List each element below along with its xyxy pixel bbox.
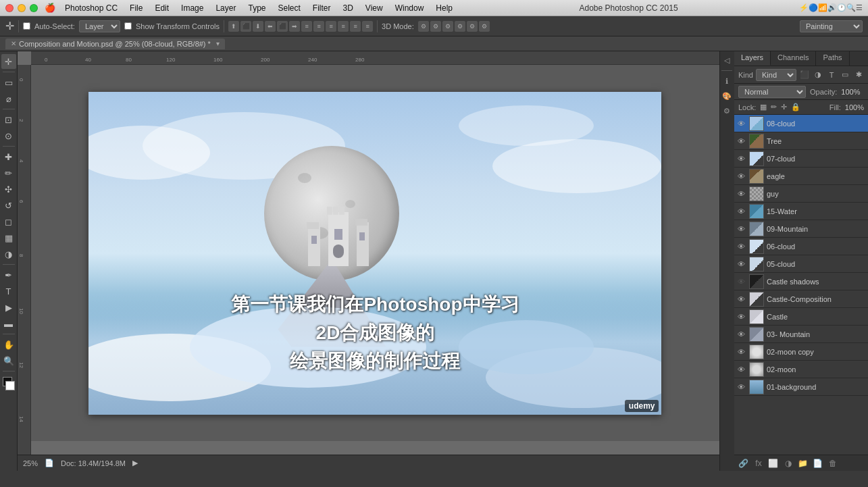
filter-shape-icon[interactable]: ▭: [840, 70, 850, 80]
path-select-tool[interactable]: ▶: [1, 300, 16, 315]
filter-type-icon[interactable]: T: [826, 70, 837, 80]
rect-select-tool[interactable]: ▭: [1, 75, 16, 90]
new-adjustment-icon[interactable]: ◑: [783, 458, 794, 469]
layer-row[interactable]: 👁 08-cloud: [734, 115, 868, 132]
layer-visibility-toggle[interactable]: 👁: [737, 330, 746, 339]
hand-tool[interactable]: ✋: [1, 337, 16, 352]
layer-row[interactable]: 👁 Castle-Composition: [734, 290, 868, 308]
layer-row[interactable]: 👁 07-cloud: [734, 150, 868, 168]
link-layers-icon[interactable]: 🔗: [738, 458, 749, 469]
3d-icon3[interactable]: ⚙: [442, 21, 453, 32]
clone-tool[interactable]: ✣: [1, 182, 16, 197]
menu-3d[interactable]: 3D: [338, 3, 359, 13]
tab-arrow[interactable]: ▾: [216, 40, 220, 47]
delete-layer-icon[interactable]: 🗑: [827, 458, 838, 469]
layer-visibility-toggle[interactable]: 👁: [737, 224, 746, 234]
close-btn[interactable]: [5, 4, 14, 12]
new-layer-icon[interactable]: 📄: [813, 458, 823, 469]
distribute-icons[interactable]: ≡: [301, 21, 312, 32]
menu-view[interactable]: View: [360, 3, 388, 13]
3d-icon5[interactable]: ⚙: [467, 21, 478, 32]
layer-visibility-toggle[interactable]: 👁: [737, 347, 746, 357]
align-bottom[interactable]: ⬇: [253, 21, 263, 32]
layer-row[interactable]: 👁 03- Mountain: [734, 326, 868, 343]
layer-row[interactable]: 👁 Castle shadows: [734, 273, 868, 290]
filter-pixel-icon[interactable]: ⬛: [799, 70, 810, 80]
document-tab[interactable]: ✕ Composition and Motion.psd @ 25% (08-c…: [5, 39, 225, 49]
adjustments-icon[interactable]: ⚙: [721, 105, 733, 117]
auto-select-dropdown[interactable]: Layer Group: [79, 20, 120, 32]
move-tool[interactable]: ✛: [1, 54, 16, 69]
distribute4[interactable]: ≡: [338, 21, 349, 32]
new-group-icon[interactable]: 📁: [798, 458, 809, 469]
workspace-selector[interactable]: Painting Essentials Photography: [800, 20, 863, 32]
align-hcenter[interactable]: ⬛: [277, 21, 288, 32]
layer-row[interactable]: 👁 09-Mountain: [734, 220, 868, 238]
layer-row[interactable]: 👁 15-Water: [734, 203, 868, 220]
layer-row[interactable]: 👁 02-moon: [734, 361, 868, 378]
layer-visibility-toggle[interactable]: 👁: [737, 294, 746, 304]
layer-row[interactable]: 👁 Tree: [734, 132, 868, 150]
lock-transparent-icon[interactable]: ▦: [760, 103, 767, 111]
distribute5[interactable]: ≡: [350, 21, 361, 32]
menu-photoshop[interactable]: Photoshop CC: [59, 3, 123, 13]
layer-row[interactable]: 👁 Castle: [734, 308, 868, 326]
tab-channels[interactable]: Channels: [771, 51, 816, 66]
tab-paths[interactable]: Paths: [816, 51, 849, 66]
menu-help[interactable]: Help: [430, 3, 458, 13]
zoom-tool[interactable]: 🔍: [1, 353, 16, 368]
menu-image[interactable]: Image: [176, 3, 209, 13]
gradient-tool[interactable]: ▦: [1, 230, 16, 245]
lasso-tool[interactable]: ⌀: [1, 91, 16, 106]
layer-visibility-toggle[interactable]: 👁: [737, 189, 746, 199]
align-vcenter[interactable]: ⬛: [240, 21, 251, 32]
layer-visibility-toggle[interactable]: 👁: [737, 207, 746, 216]
layer-visibility-toggle[interactable]: 👁: [737, 365, 746, 374]
lock-all-icon[interactable]: 🔒: [791, 103, 800, 111]
3d-icon4[interactable]: ⚙: [455, 21, 465, 32]
layer-row[interactable]: 👁 01-background: [734, 378, 868, 396]
distribute2[interactable]: ≡: [313, 21, 324, 32]
layer-visibility-toggle[interactable]: 👁: [737, 382, 746, 392]
layer-visibility-toggle[interactable]: 👁: [737, 154, 746, 163]
layer-row[interactable]: 👁 02-moon copy: [734, 343, 868, 361]
auto-select-checkbox[interactable]: [23, 22, 30, 30]
layer-visibility-toggle[interactable]: 👁: [737, 119, 746, 128]
3d-icon6[interactable]: ⚙: [479, 21, 490, 32]
panel-collapse-icon[interactable]: ◁: [721, 54, 733, 66]
history-brush[interactable]: ↺: [1, 198, 16, 213]
distribute3[interactable]: ≡: [326, 21, 336, 32]
menu-layer[interactable]: Layer: [210, 3, 241, 13]
filter-adjust-icon[interactable]: ◑: [813, 70, 823, 80]
layer-row[interactable]: 👁 eagle: [734, 168, 868, 185]
minimize-btn[interactable]: [18, 4, 26, 12]
layer-filter-dropdown[interactable]: Kind Name Effect Mode: [756, 69, 796, 81]
show-transform-checkbox[interactable]: [124, 22, 132, 30]
add-mask-icon[interactable]: ⬜: [768, 458, 779, 469]
doc-arrow[interactable]: ▶: [132, 459, 138, 467]
layer-row[interactable]: 👁 05-cloud: [734, 255, 868, 273]
heal-tool[interactable]: ✚: [1, 149, 16, 164]
text-tool[interactable]: T: [1, 284, 16, 299]
info-icon[interactable]: ℹ: [721, 75, 733, 87]
dodge-tool[interactable]: ◑: [1, 247, 16, 261]
3d-icon1[interactable]: ⚙: [418, 21, 429, 32]
maximize-btn[interactable]: [30, 4, 38, 12]
menu-select[interactable]: Select: [272, 3, 305, 13]
layer-visibility-toggle[interactable]: 👁: [737, 277, 746, 286]
pen-tool[interactable]: ✒: [1, 267, 16, 282]
move-tool-icon[interactable]: ✛: [5, 20, 14, 32]
tab-close-icon[interactable]: ✕: [11, 40, 16, 47]
color-icon[interactable]: 🎨: [721, 90, 733, 102]
crop-tool[interactable]: ⊡: [1, 112, 16, 127]
menu-file[interactable]: File: [124, 3, 148, 13]
eyedropper-tool[interactable]: ⊙: [1, 128, 16, 143]
eraser-tool[interactable]: ◻: [1, 214, 16, 229]
3d-icon2[interactable]: ⚙: [430, 21, 441, 32]
layer-visibility-toggle[interactable]: 👁: [737, 136, 746, 146]
background-color[interactable]: [5, 381, 15, 390]
layer-visibility-toggle[interactable]: 👁: [737, 172, 746, 181]
zoom-icon[interactable]: 📄: [45, 459, 54, 467]
lock-pixels-icon[interactable]: ✏: [771, 103, 777, 111]
add-style-icon[interactable]: fx: [753, 458, 764, 469]
